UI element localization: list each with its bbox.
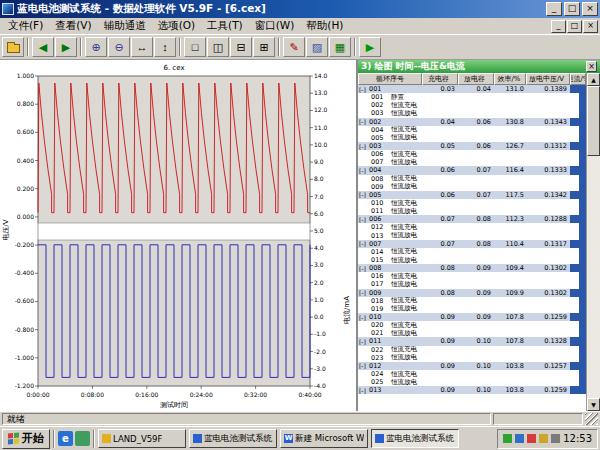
collapse-toggle[interactable]: [-] (358, 191, 369, 198)
record-row[interactable]: 013恒流放电 (358, 232, 586, 240)
record-row[interactable]: 016恒流充电 (358, 272, 586, 280)
task-word-doc[interactable]: W新建 Microsoft W... (280, 429, 368, 448)
back-button[interactable]: ◀ (32, 37, 54, 57)
panel-close-button[interactable]: × (586, 61, 597, 72)
collapse-toggle[interactable]: [-] (358, 167, 369, 174)
record-row[interactable]: 021恒流放电 (358, 329, 586, 337)
close-button[interactable]: × (582, 2, 598, 16)
record-row[interactable]: 009恒流放电 (358, 183, 586, 191)
collapse-toggle[interactable]: [-] (358, 314, 369, 321)
record-row[interactable]: 008恒流充电 (358, 175, 586, 183)
record-row[interactable]: 018恒流充电 (358, 297, 586, 305)
tray-icon-5[interactable] (551, 434, 560, 443)
mdi-restore-button[interactable]: □ (567, 20, 582, 33)
cycle-row[interactable]: [-]0010.030.04131.00.1389 (358, 85, 586, 93)
cycle-row[interactable]: [-]0100.090.09107.80.1259 (358, 313, 586, 321)
record-row[interactable]: 024恒流充电 (358, 370, 586, 378)
collapse-toggle[interactable]: [-] (358, 240, 369, 247)
task-land-test-system-1[interactable]: 蓝电电池测试系统... (189, 429, 277, 448)
mdi-close-button[interactable]: × (583, 20, 598, 33)
record-row[interactable]: 007恒流放电 (358, 158, 586, 166)
chart-svg[interactable]: 6. cex1.0000.8000.6000.4000.2000.000-0.2… (0, 60, 356, 411)
zoom-horizontal-button[interactable]: ↔ (131, 37, 153, 57)
collapse-toggle[interactable]: [-] (358, 362, 369, 369)
cycle-row[interactable]: [-]0080.080.09109.40.1302 (358, 264, 586, 272)
scroll-up-icon[interactable]: ▲ (587, 73, 600, 86)
collapse-toggle[interactable]: [-] (358, 289, 369, 296)
layout-two-vertical-button[interactable]: ⊟ (230, 37, 252, 57)
menu-options[interactable]: 选项(O) (152, 18, 201, 34)
menu-file[interactable]: 文件(F) (2, 18, 49, 34)
background-color-button[interactable]: ▨ (306, 37, 328, 57)
open-file-button[interactable] (2, 37, 24, 57)
record-row[interactable]: 014恒流充电 (358, 248, 586, 256)
layout-two-horizontal-button[interactable]: ◫ (207, 37, 229, 57)
menu-aux-channel[interactable]: 辅助通道 (98, 18, 152, 34)
record-row[interactable]: 006恒流充电 (358, 150, 586, 158)
tray-icon-4[interactable] (539, 434, 548, 443)
menu-help[interactable]: 帮助(H) (300, 18, 349, 34)
record-row[interactable]: 001静置 (358, 93, 586, 101)
collapse-toggle[interactable]: [-] (358, 216, 369, 223)
menu-window[interactable]: 窗口(W) (249, 18, 301, 34)
cycle-row[interactable]: [-]0020.040.06130.80.1343 (358, 118, 586, 126)
record-row[interactable]: 003恒流放电 (358, 109, 586, 117)
record-row[interactable]: 017恒流放电 (358, 280, 586, 288)
task-land-test-system-2[interactable]: 蓝电电池测试系统... (371, 429, 459, 448)
record-row[interactable]: 023恒流放电 (358, 354, 586, 362)
tray-icon-1[interactable] (503, 434, 512, 443)
collapse-toggle[interactable]: [-] (358, 265, 369, 272)
window-titlebar[interactable]: 蓝电电池测试系统 - 数据处理软件 V5.9F - [6.cex] _ □ × (0, 0, 600, 18)
collapse-toggle[interactable]: [-] (358, 118, 369, 125)
menu-tools[interactable]: 工具(T) (201, 18, 249, 34)
tray-icon-2[interactable] (515, 434, 524, 443)
scroll-down-icon[interactable]: ▼ (587, 398, 600, 411)
layout-single-button[interactable]: □ (184, 37, 206, 57)
collapse-toggle[interactable]: [-] (358, 143, 369, 150)
task-land-v59f[interactable]: LAND_V59F (98, 429, 186, 448)
tray-icon-3[interactable] (527, 434, 536, 443)
run-button[interactable]: ▶ (359, 37, 381, 57)
scroll-thumb[interactable] (587, 86, 600, 156)
record-row[interactable]: 022恒流充电 (358, 346, 586, 354)
minimize-button[interactable]: _ (546, 2, 562, 16)
quicklaunch-browser-icon[interactable]: e (58, 431, 73, 446)
scroll-track[interactable] (587, 156, 600, 398)
record-row[interactable]: 002恒流充电 (358, 101, 586, 109)
cycle-row[interactable]: [-]0120.090.10103.80.1257 (358, 362, 586, 370)
restore-button[interactable]: □ (564, 2, 580, 16)
zoom-vertical-button[interactable]: ↕ (154, 37, 176, 57)
start-button[interactable]: 开始 (2, 429, 50, 449)
record-row[interactable]: 020恒流充电 (358, 321, 586, 329)
chart-settings-button[interactable]: ▦ (329, 37, 351, 57)
record-row[interactable]: 005恒流放电 (358, 134, 586, 142)
taskbar-clock[interactable]: 12:53 (563, 433, 592, 444)
record-row[interactable]: 015恒流放电 (358, 256, 586, 264)
cycle-row[interactable]: [-]0130.090.10103.80.1259 (358, 386, 586, 394)
collapse-toggle[interactable]: [-] (358, 338, 369, 345)
forward-button[interactable]: ▶ (55, 37, 77, 57)
record-row[interactable]: 012恒流充电 (358, 223, 586, 231)
cycle-row[interactable]: [-]0110.090.10107.80.1328 (358, 337, 586, 345)
record-row[interactable]: 019恒流放电 (358, 305, 586, 313)
collapse-toggle[interactable]: [-] (358, 387, 369, 394)
cycle-row[interactable]: [-]0070.070.08110.40.1317 (358, 240, 586, 248)
mdi-minimize-button[interactable]: _ (551, 20, 566, 33)
panel-tab-bar[interactable]: 3) 绘图 时间--电压&电流 × (358, 60, 600, 73)
zoom-in-button[interactable]: ⊕ (85, 37, 107, 57)
record-row[interactable]: 010恒流充电 (358, 199, 586, 207)
menu-view[interactable]: 查看(V) (49, 18, 97, 34)
table-scrollbar[interactable]: ▲ ▼ (586, 73, 600, 411)
zoom-out-button[interactable]: ⊖ (108, 37, 130, 57)
collapse-toggle[interactable]: [-] (358, 86, 369, 93)
record-row[interactable]: 011恒流放电 (358, 207, 586, 215)
curve-color-button[interactable]: ✎ (283, 37, 305, 57)
cycle-row[interactable]: [-]0090.080.09109.90.1302 (358, 289, 586, 297)
layout-four-button[interactable]: ⊞ (253, 37, 275, 57)
cycle-row[interactable]: [-]0060.070.08112.30.1288 (358, 215, 586, 223)
record-row[interactable]: 004恒流充电 (358, 126, 586, 134)
cycle-row[interactable]: [-]0050.060.07117.50.1342 (358, 191, 586, 199)
quicklaunch-show-desktop-icon[interactable] (75, 431, 90, 446)
cycle-row[interactable]: [-]0030.050.06126.70.1312 (358, 142, 586, 150)
resize-grip[interactable] (585, 413, 598, 425)
